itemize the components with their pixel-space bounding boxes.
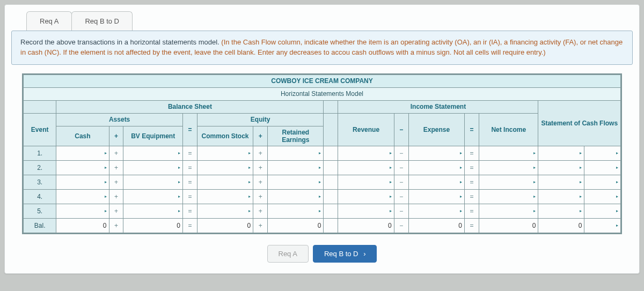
cash-input[interactable] [58,163,103,173]
common-input[interactable] [200,206,247,216]
dropdown-icon[interactable]: ▸ [579,151,582,155]
equals-sign: = [465,160,479,175]
cf-amount-input[interactable] [540,206,579,216]
dropdown-icon[interactable]: ▸ [532,151,536,155]
cf-amount-input[interactable] [540,148,579,158]
expense-input[interactable] [411,206,459,216]
prev-button[interactable]: Req A [267,245,309,263]
dropdown-icon[interactable]: ▸ [318,165,321,170]
dropdown-icon[interactable]: ▸ [247,165,251,170]
netincome-input[interactable] [481,177,532,187]
dropdown-icon[interactable]: ▸ [177,194,180,199]
bv-input[interactable] [126,148,177,158]
revenue-input[interactable] [340,148,388,158]
dropdown-icon[interactable]: ▸ [104,165,107,170]
dropdown-icon[interactable]: ▸ [532,180,536,184]
cf-type-input[interactable] [587,206,615,216]
netincome-input[interactable] [481,206,532,216]
dropdown-icon[interactable]: ▸ [532,208,536,213]
bv-input[interactable] [126,163,177,173]
common-input[interactable] [200,177,247,187]
dropdown-icon[interactable]: ▸ [247,194,251,199]
retained-input[interactable] [270,177,318,187]
bv-input[interactable] [126,206,177,216]
cf-amount-input[interactable] [540,192,579,202]
next-button[interactable]: Req B to D › [313,245,377,263]
dropdown-icon[interactable]: ▸ [104,180,107,184]
dropdown-icon[interactable]: ▸ [579,180,582,184]
dropdown-icon[interactable]: ▸ [177,208,180,213]
revenue-input[interactable] [340,163,388,173]
dropdown-icon[interactable]: ▸ [459,165,462,170]
netincome-input[interactable] [481,163,532,173]
plus-sign: + [253,189,268,204]
dropdown-icon[interactable]: ▸ [615,151,618,155]
dropdown-icon[interactable]: ▸ [389,180,392,184]
dropdown-icon[interactable]: ▸ [459,194,462,199]
netincome-input[interactable] [481,192,532,202]
netincome-input[interactable] [481,148,532,158]
dropdown-icon[interactable]: ▸ [389,194,392,199]
dropdown-icon[interactable]: ▸ [615,208,618,213]
retained-input[interactable] [270,163,318,173]
expense-input[interactable] [411,148,459,158]
dropdown-icon[interactable]: ▸ [532,194,536,199]
retained-input[interactable] [270,206,318,216]
bv-input[interactable] [126,192,177,202]
dropdown-icon[interactable]: ▸ [389,151,392,155]
dropdown-icon[interactable]: ▸ [579,165,582,170]
cf-type-input[interactable] [587,192,615,202]
bv-input[interactable] [126,177,177,187]
cf-amount-input[interactable] [540,163,579,173]
dropdown-icon[interactable]: ▸ [247,151,251,155]
dropdown-icon[interactable]: ▸ [459,208,462,213]
retained-input[interactable] [270,148,318,158]
revenue-input[interactable] [340,206,388,216]
revenue-input[interactable] [340,177,388,187]
cf-type-input[interactable] [587,221,615,230]
dropdown-icon[interactable]: ▸ [459,151,462,155]
dropdown-icon[interactable]: ▸ [459,180,462,184]
dropdown-icon[interactable]: ▸ [318,180,321,184]
cash-input[interactable] [58,148,103,158]
dropdown-icon[interactable]: ▸ [579,208,582,213]
cash-input[interactable] [58,206,103,216]
dropdown-icon[interactable]: ▸ [615,223,618,228]
expense-input[interactable] [411,192,459,202]
dropdown-icon[interactable]: ▸ [247,180,251,184]
dropdown-icon[interactable]: ▸ [615,180,618,184]
chevron-right-icon: › [363,250,365,258]
cash-input[interactable] [58,192,103,202]
dropdown-icon[interactable]: ▸ [615,165,618,170]
dropdown-icon[interactable]: ▸ [579,194,582,199]
row-label: 5. [24,204,56,218]
cf-type-input[interactable] [587,163,615,173]
retained-input[interactable] [270,192,318,202]
dropdown-icon[interactable]: ▸ [177,180,180,184]
expense-input[interactable] [411,163,459,173]
dropdown-icon[interactable]: ▸ [247,208,251,213]
cf-amount-input[interactable] [540,177,579,187]
dropdown-icon[interactable]: ▸ [104,151,107,155]
dropdown-icon[interactable]: ▸ [389,165,392,170]
dropdown-icon[interactable]: ▸ [177,151,180,155]
dropdown-icon[interactable]: ▸ [615,194,618,199]
dropdown-icon[interactable]: ▸ [318,194,321,199]
dropdown-icon[interactable]: ▸ [104,194,107,199]
expense-input[interactable] [411,177,459,187]
common-input[interactable] [200,192,247,202]
dropdown-icon[interactable]: ▸ [389,208,392,213]
dropdown-icon[interactable]: ▸ [104,208,107,213]
common-input[interactable] [200,148,247,158]
revenue-input[interactable] [340,192,388,202]
cf-type-input[interactable] [587,177,615,187]
dropdown-icon[interactable]: ▸ [318,208,321,213]
dropdown-icon[interactable]: ▸ [318,151,321,155]
cash-input[interactable] [58,177,103,187]
common-input[interactable] [200,163,247,173]
dropdown-icon[interactable]: ▸ [177,165,180,170]
dropdown-icon[interactable]: ▸ [532,165,536,170]
tab-req-a[interactable]: Req A [26,11,72,31]
tab-req-b-to-d[interactable]: Req B to D [71,11,133,31]
cf-type-input[interactable] [587,148,615,158]
